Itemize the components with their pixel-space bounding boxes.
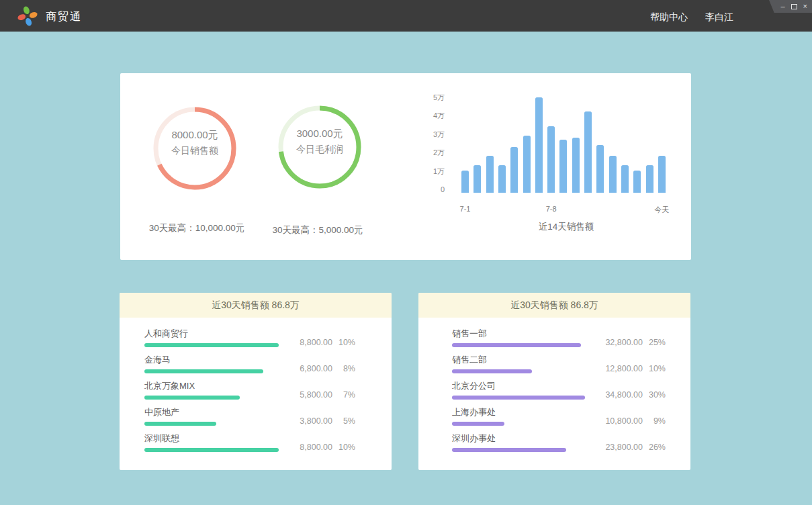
rank-row-value: 3,800.005% [283, 416, 355, 426]
rank-row-percent: 7% [332, 390, 355, 400]
window-controls: – × [769, 0, 812, 13]
rank-row-bar [452, 448, 566, 452]
customer-rank-rows: 人和商贸行8,800.0010%金海马6,800.008%北京万象MIX5,80… [144, 318, 355, 470]
help-center-link[interactable]: 帮助中心 [650, 11, 688, 22]
department-rank-title: 近30天销售额 86.8万 [418, 293, 690, 318]
rank-row-percent: 10% [643, 364, 666, 374]
overview-card: 8000.00元 今日销售额 30天最高：10,000.00元 3000.00元… [120, 73, 691, 260]
y-axis-tick-label: 1万 [418, 167, 445, 176]
rank-row-value: 5,800.007% [283, 390, 355, 400]
sales-bar [609, 156, 617, 193]
close-icon[interactable]: × [803, 3, 807, 10]
rank-row-bar [144, 448, 279, 452]
customer-rank-card: 近30天销售额 86.8万 人和商贸行8,800.0010%金海马6,800.0… [120, 293, 392, 470]
rank-row: 人和商贸行8,800.0010% [144, 328, 355, 347]
rank-row-amount: 8,800.00 [283, 443, 332, 453]
rank-row: 销售二部12,800.0010% [452, 355, 666, 373]
customer-rank-title: 近30天销售额 86.8万 [120, 293, 392, 318]
rank-row-amount: 5,800.00 [283, 390, 332, 400]
profit-30day-max: 30天最高：5,000.00元 [230, 224, 405, 236]
rank-row-bar [144, 369, 263, 373]
rank-row-percent: 8% [332, 364, 355, 374]
rank-row-amount: 34,800.00 [593, 390, 643, 400]
sales-bar [658, 156, 666, 193]
sales-bar [498, 165, 506, 193]
today-profit-value: 3000.00元 [276, 128, 363, 140]
sales-bar [473, 165, 481, 193]
rank-row: 销售一部32,800.0025% [452, 328, 666, 347]
rank-row-value: 8,800.0010% [283, 338, 355, 348]
y-axis-tick-label: 2万 [418, 148, 445, 157]
rank-row-percent: 10% [332, 338, 355, 348]
sales-bar [584, 111, 592, 193]
sales-bar-plot [460, 73, 666, 193]
rank-row-value: 23,800.0026% [593, 443, 666, 453]
sales-bar [559, 140, 567, 193]
titlebar-menu: 帮助中心 李白江 [635, 0, 733, 32]
rank-row: 北京万象MIX5,800.007% [144, 381, 355, 400]
y-axis-tick-label: 3万 [418, 130, 445, 139]
app-title: 商贸通 [46, 0, 82, 32]
rank-row-percent: 26% [643, 443, 666, 453]
rank-row-bar [144, 396, 240, 400]
rank-row: 上海办事处10,800.009% [452, 407, 666, 426]
today-profit-donut-chart: 3000.00元 今日毛利润 [276, 103, 363, 191]
rank-row-amount: 32,800.00 [593, 338, 643, 348]
rank-row-percent: 10% [332, 443, 355, 453]
rank-row-percent: 25% [643, 338, 666, 348]
maximize-icon[interactable] [791, 4, 797, 9]
today-sales-value: 8000.00元 [151, 129, 238, 142]
rank-row: 北京分公司34,800.0030% [452, 381, 666, 400]
minimize-icon[interactable]: – [780, 3, 784, 10]
sales-bar [547, 126, 555, 193]
today-sales-label: 今日销售额 [151, 145, 238, 157]
titlebar: 商贸通 帮助中心 李白江 – × [0, 0, 812, 32]
rank-row-value: 34,800.0030% [593, 390, 666, 400]
rank-row-amount: 23,800.00 [593, 443, 643, 453]
rank-row: 中原地产3,800.005% [144, 407, 355, 426]
y-axis-tick-label: 4万 [418, 111, 445, 120]
rank-row-value: 10,800.009% [593, 416, 666, 426]
sales-bar [621, 165, 629, 193]
app-window: 商贸通 帮助中心 李白江 – × 8000.00元 今日销售额 30天最高：10… [0, 0, 812, 505]
rank-row-percent: 9% [643, 416, 666, 426]
rank-row-amount: 12,800.00 [593, 364, 643, 374]
rank-row-percent: 5% [332, 416, 355, 426]
today-sales-donut-chart: 8000.00元 今日销售额 [151, 105, 238, 192]
rank-row: 深圳联想8,800.0010% [144, 433, 355, 452]
sales-chart-title: 近14天销售额 [499, 221, 633, 233]
department-rank-rows: 销售一部32,800.0025%销售二部12,800.0010%北京分公司34,… [452, 318, 666, 470]
rank-row-bar [452, 396, 585, 400]
rank-row-value: 6,800.008% [283, 364, 355, 374]
rank-row: 金海马6,800.008% [144, 355, 355, 373]
rank-row-amount: 6,800.00 [283, 364, 332, 374]
sales-bar [572, 138, 580, 193]
sales-bar [523, 136, 531, 193]
sales-bar [633, 171, 641, 193]
x-axis-tick-label: 今天 [654, 205, 669, 215]
x-axis-tick-label: 7-1 [460, 205, 471, 213]
x-axis-tick-label: 7-8 [546, 205, 557, 213]
sales-bar [510, 147, 518, 193]
rank-row: 深圳办事处23,800.0026% [452, 433, 666, 452]
department-rank-card: 近30天销售额 86.8万 销售一部32,800.0025%销售二部12,800… [418, 293, 690, 470]
rank-row-value: 32,800.0025% [593, 338, 666, 348]
y-axis-tick-label: 0 [418, 185, 445, 194]
rank-row-amount: 3,800.00 [283, 416, 332, 426]
rank-row-amount: 10,800.00 [593, 416, 643, 426]
rank-row-value: 12,800.0010% [593, 364, 666, 374]
sales-bar [646, 165, 653, 193]
sales-bar [461, 171, 469, 193]
rank-row-bar [144, 343, 279, 347]
sales-bar [535, 97, 543, 193]
user-menu[interactable]: 李白江 [705, 11, 733, 22]
today-profit-label: 今日毛利润 [276, 144, 363, 156]
sales-bar [486, 156, 494, 193]
app-logo-pinwheel-icon [17, 5, 38, 27]
rank-row-percent: 30% [643, 390, 666, 400]
rank-row-bar [452, 422, 504, 426]
rank-row-amount: 8,800.00 [283, 338, 332, 348]
y-axis-tick-label: 5万 [418, 93, 445, 102]
rank-row-bar [452, 343, 581, 347]
rank-row-value: 8,800.0010% [283, 443, 355, 453]
